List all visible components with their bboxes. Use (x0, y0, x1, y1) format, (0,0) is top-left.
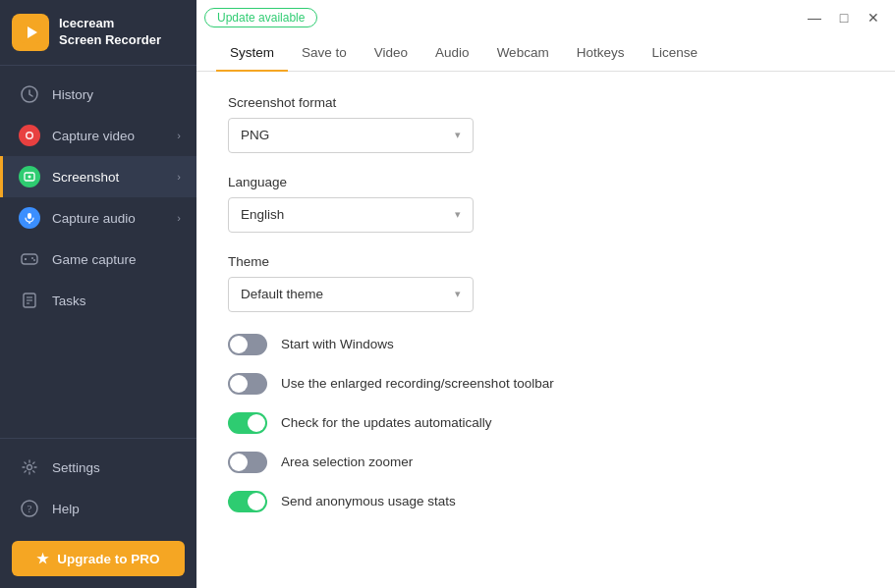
sidebar-item-screenshot[interactable]: Screenshot › (0, 156, 196, 197)
tab-webcam[interactable]: Webcam (483, 35, 563, 72)
svg-rect-7 (28, 213, 31, 219)
maximize-button[interactable]: □ (830, 4, 858, 31)
sidebar-item-capture-video[interactable]: Capture video › (0, 115, 196, 156)
toggles-section: Start with Windows Use the enlarged reco… (228, 334, 864, 512)
sidebar-item-history[interactable]: History (0, 74, 196, 115)
svg-point-18 (28, 465, 32, 470)
sidebar-item-tasks[interactable]: Tasks (0, 280, 196, 321)
tab-system[interactable]: System (216, 35, 288, 72)
svg-rect-9 (22, 254, 37, 264)
start-windows-label: Start with Windows (281, 337, 394, 351)
help-icon: ? (19, 498, 40, 519)
screenshot-format-section: Screenshot format PNG ▾ (228, 95, 864, 153)
language-section: Language English ▾ (228, 175, 864, 233)
tabs-bar: System Save to Video Audio Webcam Hotkey… (196, 35, 895, 72)
select-arrow-icon: ▾ (455, 208, 461, 221)
tasks-icon (19, 290, 40, 311)
chevron-icon: › (177, 212, 181, 224)
toggle-row-area-zoomer: Area selection zoomer (228, 452, 864, 473)
settings-panel: Screenshot format PNG ▾ Language English… (196, 72, 895, 589)
sidebar-bottom: Settings ? Help ★ Upgrade to PRO (0, 438, 196, 588)
sidebar: Icecream Screen Recorder History (0, 0, 196, 588)
toggle-row-anonymous-stats: Send anonymous usage stats (228, 491, 864, 512)
anonymous-stats-label: Send anonymous usage stats (281, 494, 456, 508)
start-windows-toggle[interactable] (228, 334, 267, 355)
sidebar-nav: History Capture video › (0, 66, 196, 438)
theme-select[interactable]: Default theme ▾ (228, 277, 474, 312)
check-updates-label: Check for the updates automatically (281, 415, 492, 430)
tab-hotkeys[interactable]: Hotkeys (563, 35, 639, 72)
toggle-row-enlarged-toolbar: Use the enlarged recording/screenshot to… (228, 373, 864, 395)
anonymous-stats-toggle[interactable] (228, 491, 267, 512)
close-button[interactable]: ✕ (860, 4, 887, 31)
svg-point-13 (33, 259, 35, 261)
svg-text:?: ? (28, 503, 32, 514)
tab-video[interactable]: Video (361, 35, 421, 72)
area-zoomer-label: Area selection zoomer (281, 454, 413, 469)
minimize-button[interactable]: — (801, 4, 828, 31)
select-arrow-icon: ▾ (455, 129, 461, 141)
theme-section: Theme Default theme ▾ (228, 254, 864, 312)
language-label: Language (228, 175, 864, 189)
titlebar: Update available — □ ✕ (196, 0, 895, 35)
check-updates-toggle[interactable] (228, 412, 267, 434)
toggle-row-start-windows: Start with Windows (228, 334, 864, 355)
game-capture-icon (19, 248, 40, 270)
settings-icon (19, 456, 40, 478)
chevron-icon: › (177, 130, 181, 141)
star-icon: ★ (36, 551, 49, 566)
screenshot-format-select[interactable]: PNG ▾ (228, 118, 474, 153)
sidebar-item-game-capture[interactable]: Game capture (0, 239, 196, 280)
history-icon (19, 83, 40, 105)
tab-license[interactable]: License (638, 35, 711, 72)
theme-label: Theme (228, 254, 864, 269)
language-select[interactable]: English ▾ (228, 197, 474, 233)
screenshot-icon (19, 166, 40, 187)
enlarged-toolbar-label: Use the enlarged recording/screenshot to… (281, 376, 554, 391)
sidebar-header: Icecream Screen Recorder (0, 0, 196, 66)
area-zoomer-toggle[interactable] (228, 452, 267, 473)
toggle-row-check-updates: Check for the updates automatically (228, 412, 864, 434)
svg-point-6 (28, 176, 31, 179)
screenshot-format-label: Screenshot format (228, 95, 864, 110)
main-content: Update available — □ ✕ System Save to Vi… (196, 0, 895, 588)
chevron-icon: › (177, 171, 181, 183)
app-logo-icon (12, 14, 49, 51)
sidebar-item-help[interactable]: ? Help (0, 488, 196, 529)
capture-video-icon (19, 125, 40, 146)
select-arrow-icon: ▾ (455, 288, 461, 300)
sidebar-item-settings[interactable]: Settings (0, 447, 196, 488)
enlarged-toolbar-toggle[interactable] (228, 373, 267, 395)
app-title: Icecream Screen Recorder (59, 16, 161, 49)
tab-audio[interactable]: Audio (421, 35, 483, 72)
upgrade-button[interactable]: ★ Upgrade to PRO (12, 541, 185, 576)
sidebar-item-capture-audio[interactable]: Capture audio › (0, 197, 196, 239)
update-badge[interactable]: Update available (204, 8, 317, 27)
capture-audio-icon (19, 207, 40, 229)
svg-point-4 (28, 134, 32, 138)
tab-save-to[interactable]: Save to (288, 35, 361, 72)
svg-point-12 (31, 257, 33, 259)
